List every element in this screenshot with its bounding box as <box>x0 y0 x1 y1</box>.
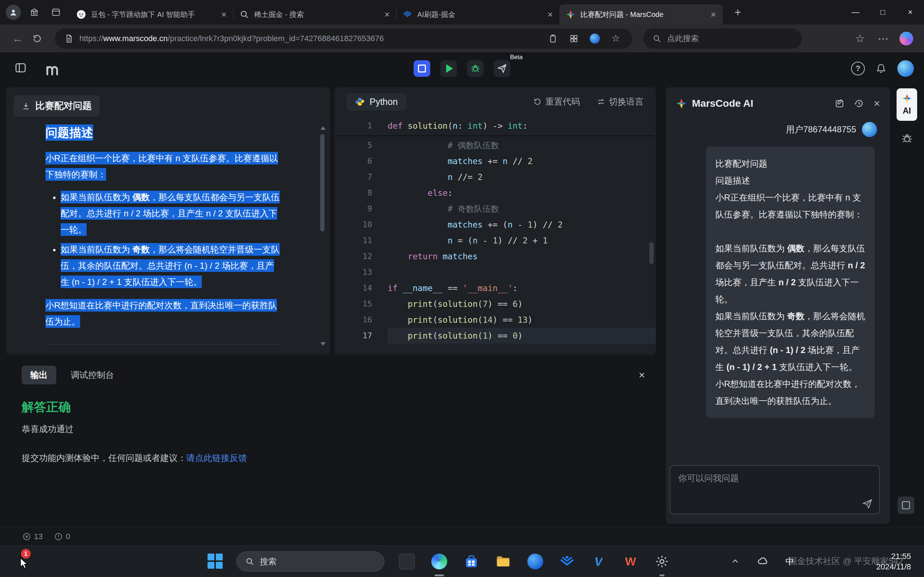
output-close-icon[interactable]: × <box>638 369 645 381</box>
window-close-button[interactable]: × <box>897 0 924 24</box>
browser-tab[interactable]: 比赛配对问题 - MarsCode× <box>559 4 723 24</box>
ai-user-name: 用户78674448755 <box>786 124 856 135</box>
ai-input-box[interactable] <box>670 465 880 514</box>
onedrive-cloud-icon[interactable] <box>756 555 769 567</box>
problem-title-chip[interactable]: 比赛配对问题 <box>14 95 100 116</box>
app-topbar: Beta ? <box>0 52 924 87</box>
tab-debug-console[interactable]: 调试控制台 <box>71 369 114 381</box>
code-editor[interactable]: 1def solution(n: int) -> int:5 # 偶数队伍数6 … <box>334 118 656 355</box>
sidebar-toggle-icon[interactable] <box>15 62 27 74</box>
workspaces-icon[interactable] <box>26 4 43 21</box>
errors-counter[interactable]: 13 <box>23 532 43 541</box>
history-icon[interactable] <box>854 98 864 108</box>
file-explorer-icon[interactable] <box>494 552 512 571</box>
code-line[interactable]: 9 # 奇数队伍数 <box>334 201 656 217</box>
bell-icon[interactable] <box>876 63 887 74</box>
browser-profile-button[interactable] <box>6 5 21 20</box>
blue-browser-icon[interactable] <box>526 552 544 571</box>
new-chat-icon[interactable] <box>835 98 845 108</box>
switch-language-button[interactable]: 切换语言 <box>597 96 643 108</box>
code-line[interactable]: 7 n //= 2 <box>334 169 656 185</box>
juejin-icon[interactable] <box>558 552 577 571</box>
bookmark-star-icon[interactable]: ☆ <box>609 31 623 46</box>
window-minimize-button[interactable]: — <box>842 0 869 24</box>
code-line[interactable]: 11 n = (n - 1) // 2 + 1 <box>334 233 656 248</box>
browser-search-box[interactable]: 点此搜索 <box>643 29 802 49</box>
feedback-link[interactable]: 请点此链接反馈 <box>186 453 247 463</box>
more-menu-icon[interactable]: ⋯ <box>874 29 893 48</box>
scroll-up-icon[interactable] <box>320 126 326 130</box>
ai-input-field[interactable] <box>670 466 879 497</box>
debug-button[interactable] <box>467 60 484 77</box>
browser-tab[interactable]: 豆包 - 字节跳动旗下 AI 智能助手× <box>70 4 233 24</box>
run-button[interactable] <box>440 60 457 77</box>
clipboard-icon[interactable] <box>546 31 560 46</box>
scrollbar-thumb[interactable] <box>320 134 325 232</box>
microsoft-store-icon[interactable] <box>462 552 481 571</box>
tab-actions-icon[interactable] <box>48 4 64 21</box>
code-line[interactable]: 17 print(solution(1) == 0) <box>334 328 656 344</box>
extension-icon[interactable] <box>588 31 602 46</box>
code-line[interactable]: 5 # 偶数队伍数 <box>334 137 656 153</box>
site-info-icon[interactable] <box>64 34 74 43</box>
line-number: 13 <box>334 264 372 280</box>
debug-side-icon[interactable] <box>901 132 913 145</box>
tray-chevron-up-icon[interactable] <box>730 556 740 566</box>
code-line[interactable]: 1def solution(n: int) -> int: <box>334 118 656 134</box>
ai-close-icon[interactable]: × <box>874 97 880 110</box>
voov-meeting-icon[interactable]: V <box>589 552 608 571</box>
problem-bullet: 如果当前队伍数为 奇数，那么将会随机轮空并晋级一支队伍，其余的队伍配对。总共进行… <box>61 241 280 290</box>
code-line[interactable]: 6 matches += n // 2 <box>334 153 656 169</box>
url-text[interactable]: https://www.marscode.cn/practice/lnrk7r3… <box>79 34 539 43</box>
code-line[interactable]: 10 matches += (n - 1) // 2 <box>334 217 656 233</box>
reset-code-button[interactable]: 重置代码 <box>533 96 580 108</box>
browser-tabs: 豆包 - 字节跳动旗下 AI 智能助手×稀土掘金 - 搜索×AI刷题-掘金×比赛… <box>70 0 723 24</box>
refresh-button[interactable] <box>27 29 47 48</box>
code-line[interactable]: 15 print(solution(7) == 6) <box>334 296 656 312</box>
tab-close-icon[interactable]: × <box>711 10 716 19</box>
doubao-favicon-icon <box>76 10 86 19</box>
scroll-down-icon[interactable] <box>320 342 326 346</box>
window-maximize-button[interactable]: □ <box>869 0 897 24</box>
new-tab-button[interactable]: + <box>729 6 746 19</box>
panel-toggle-button[interactable] <box>898 496 914 514</box>
tab-close-icon[interactable]: × <box>384 10 390 19</box>
editor-header-actions: 重置代码 切换语言 <box>517 96 643 108</box>
taskbar-search-box[interactable]: 搜索 <box>236 551 384 572</box>
start-button[interactable] <box>208 554 223 569</box>
browser-tab[interactable]: 稀土掘金 - 搜索× <box>233 4 396 24</box>
warnings-counter[interactable]: 0 <box>54 532 70 541</box>
language-chip[interactable]: Python <box>347 93 406 111</box>
browser-tab[interactable]: AI刷题-掘金× <box>396 4 559 24</box>
browser-search-placeholder: 点此搜索 <box>667 33 699 44</box>
tab-close-icon[interactable]: × <box>221 10 227 19</box>
dark-app-icon[interactable] <box>397 552 416 571</box>
code-line[interactable]: 12 return matches <box>334 248 656 264</box>
notification-badge[interactable]: 1 <box>21 549 31 559</box>
favorites-bar-icon[interactable]: ☆ <box>850 29 870 48</box>
submit-button[interactable]: Beta <box>494 60 510 77</box>
tab-close-icon[interactable]: × <box>548 10 553 19</box>
code-line[interactable]: 8 else: <box>334 185 656 201</box>
user-avatar[interactable] <box>897 60 914 77</box>
editor-scrollbar-thumb[interactable] <box>649 242 654 264</box>
wps-icon[interactable]: W <box>621 552 640 571</box>
blue-square-button[interactable] <box>414 60 430 77</box>
back-button[interactable]: ← <box>8 29 27 48</box>
ai-side-tab[interactable]: AI <box>897 89 917 121</box>
line-number: 16 <box>334 312 372 328</box>
code-line[interactable]: 13 <box>334 264 656 280</box>
ime-indicator[interactable]: 中 <box>785 556 794 567</box>
problem-scrollbar[interactable] <box>319 126 327 346</box>
code-line[interactable]: 14if __name__ == '__main__': <box>334 280 656 296</box>
apps-grid-icon[interactable] <box>567 31 581 46</box>
copilot-icon[interactable] <box>897 29 916 48</box>
settings-gear-icon[interactable] <box>653 552 671 571</box>
address-bar[interactable]: https://www.marscode.cn/practice/lnrk7r3… <box>55 29 632 49</box>
code-line[interactable]: 16 print(solution(14) == 13) <box>334 312 656 328</box>
help-icon[interactable]: ? <box>851 62 865 76</box>
tab-output[interactable]: 输出 <box>22 366 56 384</box>
taskbar-clock[interactable]: 21:55 2024/11/8 <box>876 551 911 572</box>
edge-icon[interactable] <box>430 552 449 571</box>
send-icon[interactable] <box>862 498 873 509</box>
